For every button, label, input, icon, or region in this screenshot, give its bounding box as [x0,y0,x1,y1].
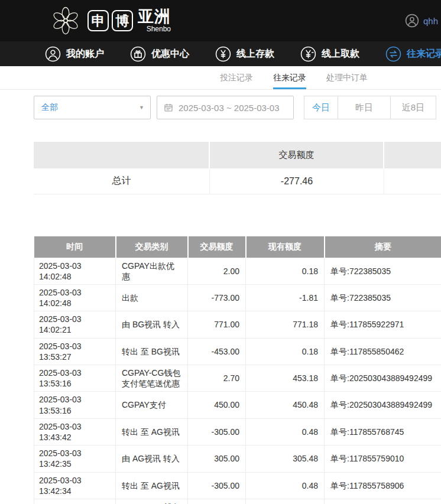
table-cell: 单号:722385035 [325,258,441,284]
table-cell: 由 AG视讯 转入 [116,446,188,472]
table-row: 2025-03-03 13:53:16CGPAY支付450.00450.48单号… [34,392,441,418]
nav-item-label: 线上存款 [236,48,274,60]
tab-processing-orders[interactable]: 处理中订单 [326,66,368,89]
table-row: 2025-03-03 14:02:48出款-773.00-1.81单号:7223… [34,284,441,311]
table-cell: 转出 至 BG视讯 [116,338,188,365]
table-cell: 450.48 [246,392,325,418]
table-cell: 由 BG视讯 转入 [116,311,188,338]
tab-bet-records[interactable]: 投注记录 [220,66,253,89]
table-cell: -773.00 [188,284,246,311]
table-cell: 305.48 [246,499,325,504]
nav-item-my-account[interactable]: 我的账户 [45,46,104,62]
last-8-days-button[interactable]: 近8日 [390,96,436,119]
user-avatar-icon [405,14,419,28]
table-cell: 453.18 [246,365,325,392]
table-cell: CGPAY出款优惠 [116,258,188,284]
table-cell: 2025-03-03 13:53:27 [34,338,116,365]
brand-region: 亚洲 Shenbo [138,9,171,32]
table-cell: 2.70 [188,365,246,392]
table-cell: 2025-03-03 13:53:16 [34,392,116,418]
table-row: 2025-03-03 13:42:35由 AG视讯 转入305.00305.48… [34,446,441,472]
gift-icon [130,46,146,62]
table-cell: 1.80 [188,499,246,504]
nav-item-label: 线上取款 [322,48,359,60]
account-icon [45,46,61,62]
type-filter-select[interactable]: 全部 ▼ [34,96,151,119]
table-row: 2025-03-03 13:43:42转出 至 AG视讯-305.000.48单… [34,418,441,445]
top-header: 申 博 亚洲 Shenbo qhh [0,0,441,41]
table-cell: 2025-03-03 14:02:21 [34,311,116,338]
table-cell: CGPAY-CG钱包支付笔笔送优惠 [116,365,188,392]
table-cell: 2025-03-03 14:02:48 [34,284,116,311]
table-cell: -305.00 [188,418,246,445]
brand-flower-logo-icon [50,5,82,37]
summary-table: 交易额度 总计 -277.46 [34,142,441,194]
summary-header-row: 交易额度 [34,142,441,168]
nav-item-label: 往来记录 [407,48,441,60]
nav-item-label: 我的账户 [66,48,104,60]
table-row: 2025-03-03 14:02:21由 BG视讯 转入771.00771.18… [34,311,441,338]
table-cell: 0.18 [246,338,325,365]
chevron-down-icon: ▼ [139,96,144,119]
table-cell: 单号:117855759010 [325,446,441,472]
user-account-area[interactable]: qhh [405,0,441,41]
table-cell: 305.00 [188,446,246,472]
type-filter-value: 全部 [41,102,58,113]
transfer-arrows-icon [385,46,401,62]
table-cell: 2025-03-03 13:42:35 [34,446,116,472]
summary-header-empty-2 [384,142,441,168]
nav-item-transactions[interactable]: 往来记录 [385,46,441,62]
records-header-row: 时间 交易类别 交易额度 现有额度 摘要 [34,236,441,258]
yesterday-button[interactable]: 昨日 [338,96,391,119]
header-summary: 摘要 [325,236,441,258]
header-time: 时间 [34,236,116,258]
table-cell: 单号:117855768745 [325,418,441,445]
table-cell: 2025-03-03 13:42:19 [34,499,116,504]
records-table: 时间 交易类别 交易额度 现有额度 摘要 2025-03-03 14:02:48… [34,236,441,504]
table-cell: 771.18 [246,311,325,338]
brand-char-box-1: 申 [87,10,109,31]
table-row: 2025-03-03 13:53:16CGPAY-CG钱包支付笔笔送优惠2.70… [34,365,441,392]
table-cell: 2025-03-03 14:02:48 [34,258,116,284]
nav-item-withdraw[interactable]: 线上取款 [300,46,359,62]
table-cell: 2025-03-03 13:43:42 [34,418,116,445]
table-cell: 单号:202503043889492499 [325,365,441,392]
nav-item-promotions[interactable]: 优惠中心 [130,46,189,62]
withdraw-yen-icon [300,46,316,62]
table-cell: 转出 至 AG视讯 [116,418,188,445]
table-cell: 单号:117855850462 [325,338,441,365]
table-cell: -1.81 [246,284,325,311]
table-cell: -453.00 [188,338,246,365]
table-row: 2025-03-03 13:42:19CGPAY-CG钱包支付笔笔送优惠1.80… [34,499,441,504]
header-amount: 交易额度 [188,236,246,258]
tab-transaction-records[interactable]: 往来记录 [273,66,306,89]
summary-total-empty [384,168,441,194]
today-button[interactable]: 今日 [304,96,338,119]
table-cell: 771.00 [188,311,246,338]
table-row: 2025-03-03 13:42:34转出 至 AG视讯-305.000.48单… [34,472,441,499]
table-cell: -305.00 [188,472,246,499]
brand-subtitle: Shenbo [138,25,171,32]
table-cell: 单号:117855922971 [325,311,441,338]
nav-item-deposit[interactable]: 线上存款 [215,46,274,62]
records-tbody: 2025-03-03 14:02:48CGPAY出款优惠2.000.18单号:7… [34,258,441,504]
filter-bar: 全部 ▼ 2025-03-03 ~ 2025-03-03 今日 昨日 近8日 [34,96,441,119]
table-cell: 2025-03-03 13:42:34 [34,472,116,499]
table-cell: 出款 [116,284,188,311]
table-row: 2025-03-03 13:53:27转出 至 BG视讯-453.000.18单… [34,338,441,365]
nav-item-label: 优惠中心 [151,48,189,60]
table-cell: 单号:117855758906 [325,472,441,499]
date-range-picker[interactable]: 2025-03-03 ~ 2025-03-03 [157,96,294,119]
table-cell: CGPAY-CG钱包支付笔笔送优惠 [116,499,188,504]
quick-date-buttons: 今日 昨日 近8日 [304,96,436,119]
summary-header-amount: 交易额度 [210,142,384,168]
table-cell: 0.18 [246,258,325,284]
table-cell: 450.00 [188,392,246,418]
main-navigation: 我的账户 优惠中心 线上存款 线上取款 往来记录 [0,41,441,66]
table-cell: 2.00 [188,258,246,284]
table-cell: 305.48 [246,446,325,472]
table-row: 2025-03-03 14:02:48CGPAY出款优惠2.000.18单号:7… [34,258,441,284]
username-text: qhh [423,16,441,26]
table-cell: 转出 至 AG视讯 [116,472,188,499]
header-balance: 现有额度 [246,236,325,258]
